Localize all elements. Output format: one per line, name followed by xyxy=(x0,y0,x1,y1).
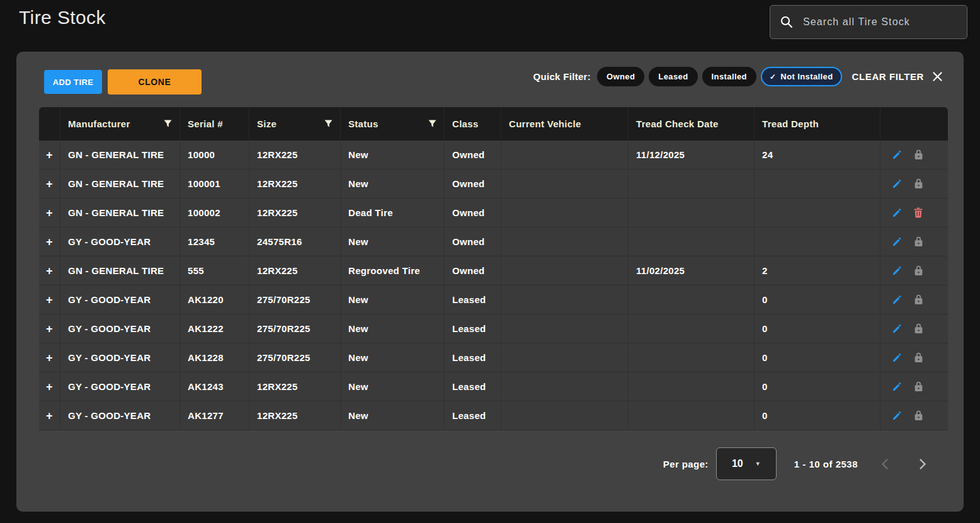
cell-actions xyxy=(880,256,948,285)
search-input[interactable] xyxy=(802,16,957,28)
lock-button[interactable] xyxy=(914,352,923,363)
expand-row-button[interactable]: + xyxy=(39,198,60,227)
column-label: Size xyxy=(257,118,276,129)
cell-tread-check-date xyxy=(628,372,754,401)
cell-status: Regrooved Tire xyxy=(340,256,444,285)
edit-button[interactable] xyxy=(892,149,903,160)
cell-serial: AK1243 xyxy=(179,372,249,401)
header-status[interactable]: Status xyxy=(340,107,444,141)
cell-size: 275/70R225 xyxy=(249,285,340,314)
lock-button[interactable] xyxy=(914,294,923,305)
header-class[interactable]: Class xyxy=(444,107,501,141)
cell-current-vehicle xyxy=(501,343,628,372)
column-label: Manufacturer xyxy=(68,118,130,129)
expand-row-button[interactable]: + xyxy=(39,256,60,285)
expand-row-button[interactable]: + xyxy=(39,285,60,314)
cell-status: Dead Tire xyxy=(340,198,444,227)
edit-button[interactable] xyxy=(892,381,903,392)
filter-chip-leased[interactable]: Leased xyxy=(649,67,697,86)
expand-row-button[interactable]: + xyxy=(39,170,60,198)
expand-row-button[interactable]: + xyxy=(39,372,60,401)
delete-button[interactable] xyxy=(914,207,923,218)
lock-button[interactable] xyxy=(914,178,923,189)
expand-row-button[interactable]: + xyxy=(39,343,60,372)
cell-tread-depth: 0 xyxy=(754,343,880,372)
lock-button[interactable] xyxy=(914,323,923,334)
chip-label: Installed xyxy=(712,72,747,81)
cell-tread-check-date: 11/02/2025 xyxy=(628,256,754,285)
edit-button[interactable] xyxy=(892,265,903,276)
per-page-value: 10 xyxy=(732,458,743,469)
cell-manufacturer: GN - GENERAL TIRE xyxy=(60,170,179,198)
expand-row-button[interactable]: + xyxy=(39,314,60,343)
plus-icon: + xyxy=(46,323,53,335)
edit-button[interactable] xyxy=(892,294,903,305)
cell-actions xyxy=(880,372,948,401)
cell-actions xyxy=(880,343,948,372)
edit-button[interactable] xyxy=(892,410,903,421)
cell-class: Owned xyxy=(444,198,501,227)
filter-funnel-icon[interactable] xyxy=(324,120,333,128)
table-row: + GY - GOOD-YEAR AK1220 275/70R225 New L… xyxy=(39,285,948,314)
table-row: + GN - GENERAL TIRE 100001 12RX225 New O… xyxy=(39,170,948,198)
filter-chip-owned[interactable]: Owned xyxy=(597,67,644,86)
edit-button[interactable] xyxy=(892,352,903,363)
cell-current-vehicle xyxy=(501,314,628,343)
filter-chip-not-installed[interactable]: ✓ Not Installed xyxy=(761,67,842,86)
lock-button[interactable] xyxy=(914,236,923,247)
cell-status: New xyxy=(340,285,444,314)
clone-button[interactable]: CLONE xyxy=(108,69,202,95)
cell-tread-depth: 0 xyxy=(754,372,880,401)
cell-tread-check-date: 11/12/2025 xyxy=(628,141,754,169)
clear-filter-button[interactable]: CLEAR FILTER xyxy=(852,71,924,82)
edit-button[interactable] xyxy=(892,178,903,189)
header-serial[interactable]: Serial # xyxy=(179,107,249,141)
clear-filter-x-icon[interactable] xyxy=(932,71,943,82)
per-page-select[interactable]: 10 ▼ xyxy=(716,447,777,480)
lock-button[interactable] xyxy=(914,381,923,392)
cell-class: Owned xyxy=(444,170,501,198)
cell-actions xyxy=(880,285,948,314)
cell-tread-check-date xyxy=(628,198,754,227)
edit-button[interactable] xyxy=(892,236,903,247)
expand-row-button[interactable]: + xyxy=(39,141,60,169)
cell-current-vehicle xyxy=(501,372,628,401)
header-manufacturer[interactable]: Manufacturer xyxy=(60,107,179,141)
cell-size: 12RX225 xyxy=(249,256,340,285)
lock-button[interactable] xyxy=(914,149,923,160)
cell-current-vehicle xyxy=(501,401,628,430)
global-search[interactable] xyxy=(770,5,967,39)
prev-page-button[interactable] xyxy=(873,458,896,470)
cell-actions xyxy=(880,141,948,169)
edit-button[interactable] xyxy=(892,207,903,218)
cell-tread-check-date xyxy=(628,285,754,314)
cell-tread-depth: 0 xyxy=(754,285,880,314)
filter-chip-installed[interactable]: Installed xyxy=(702,67,756,86)
column-label: Tread Check Date xyxy=(636,118,719,129)
cell-manufacturer: GY - GOOD-YEAR xyxy=(60,372,179,401)
expand-row-button[interactable]: + xyxy=(39,401,60,430)
add-tire-button[interactable]: ADD TIRE xyxy=(44,70,102,94)
plus-icon: + xyxy=(46,236,53,248)
cell-current-vehicle xyxy=(501,198,628,227)
plus-icon: + xyxy=(46,149,53,161)
cell-current-vehicle xyxy=(501,256,628,285)
filter-funnel-icon[interactable] xyxy=(164,120,172,128)
lock-button[interactable] xyxy=(914,265,923,276)
edit-button[interactable] xyxy=(892,323,903,334)
cell-tread-depth xyxy=(754,227,880,256)
header-tread-check-date[interactable]: Tread Check Date xyxy=(628,107,754,141)
filter-funnel-icon[interactable] xyxy=(428,120,436,128)
cell-actions xyxy=(880,227,948,256)
cell-manufacturer: GY - GOOD-YEAR xyxy=(60,401,179,430)
next-page-button[interactable] xyxy=(911,458,935,470)
plus-icon: + xyxy=(46,207,53,219)
lock-button[interactable] xyxy=(914,410,923,421)
header-size[interactable]: Size xyxy=(249,107,340,141)
cell-current-vehicle xyxy=(501,285,628,314)
header-tread-depth[interactable]: Tread Depth xyxy=(754,107,880,141)
search-icon xyxy=(780,15,794,29)
cell-serial: AK1228 xyxy=(179,343,249,372)
header-current-vehicle[interactable]: Current Vehicle xyxy=(501,107,628,141)
expand-row-button[interactable]: + xyxy=(39,227,60,256)
